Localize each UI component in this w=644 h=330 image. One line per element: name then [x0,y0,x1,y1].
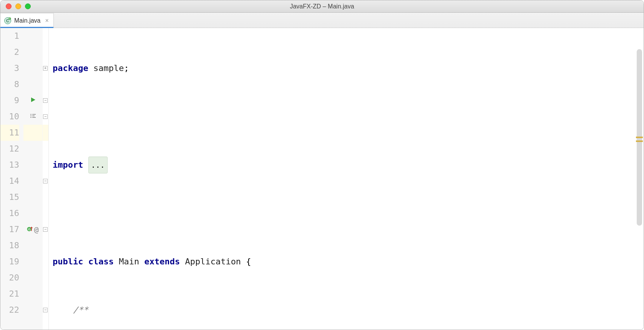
tab-main-java[interactable]: C Main.java × [0,13,54,28]
tab-filename: Main.java [14,17,40,24]
line-number: 2 [0,44,19,60]
line-number: 9 [0,92,19,109]
line-number: 19 [0,254,19,270]
align-left-icon [30,109,37,125]
code-area[interactable]: package sample; import ... public class … [49,28,644,330]
folded-imports[interactable]: ... [88,157,108,173]
svg-rect-9 [30,117,32,118]
editor-tabbar: C Main.java × [0,13,644,28]
java-class-icon: C [4,17,11,24]
collapse-fold-end-icon[interactable]: − [43,308,48,312]
svg-rect-10 [32,117,36,118]
override-method-icon[interactable]: O [27,221,33,238]
line-number: 22 [0,302,19,318]
line-number: 8 [0,76,19,92]
line-number: 16 [0,205,19,221]
close-tab-button[interactable]: × [45,17,48,24]
svg-marker-4 [31,97,35,102]
window-titlebar: JavaFX-ZD – Main.java [0,0,644,13]
window-title: JavaFX-ZD – Main.java [0,3,644,10]
collapse-fold-end-icon[interactable]: − [43,179,48,183]
close-window-button[interactable] [6,3,12,9]
svg-rect-5 [30,114,32,115]
line-number: 18 [0,238,19,254]
code-line[interactable]: package sample; [53,60,644,76]
code-line[interactable]: import ... [53,157,644,173]
traffic-lights [0,3,31,9]
line-number-gutter[interactable]: 1 2 3 8 9 10 11 12 13 14 15 16 17 18 19 … [0,28,23,330]
run-class-icon[interactable] [30,92,36,109]
code-line[interactable]: public class Main extends Application { [53,254,644,270]
line-number: 10 [0,109,19,125]
line-number: 12 [0,141,19,157]
svg-rect-6 [32,114,36,115]
line-number: 13 [0,157,19,173]
line-number: 15 [0,189,19,205]
line-number: 14 [0,173,19,189]
minimize-window-button[interactable] [15,3,21,9]
expand-fold-icon[interactable]: + [43,66,48,71]
collapse-fold-icon[interactable]: − [43,114,48,119]
line-number: 3 [0,60,19,76]
svg-rect-8 [32,116,35,116]
svg-rect-7 [30,116,32,116]
icon-gutter[interactable]: O @ [23,28,43,330]
warning-mark[interactable] [636,140,643,142]
line-number: 11 [0,125,19,141]
svg-text:O: O [28,228,30,231]
code-line[interactable] [53,205,644,221]
line-number: 17 [0,221,19,238]
collapse-fold-icon[interactable]: − [43,227,48,232]
line-number: 21 [0,286,19,302]
code-line[interactable] [53,109,644,125]
line-number: 1 [0,28,19,44]
editor[interactable]: 1 2 3 8 9 10 11 12 13 14 15 16 17 18 19 … [0,28,644,330]
code-line[interactable]: /** [53,302,644,318]
fold-gutter[interactable]: + − − − − − [43,28,49,330]
line-number: 20 [0,270,19,286]
warning-mark[interactable] [636,137,643,138]
maximize-window-button[interactable] [25,3,31,9]
at-annotation-icon: @ [34,221,38,238]
collapse-fold-icon[interactable]: − [43,98,48,103]
scrollbar[interactable] [637,49,642,326]
